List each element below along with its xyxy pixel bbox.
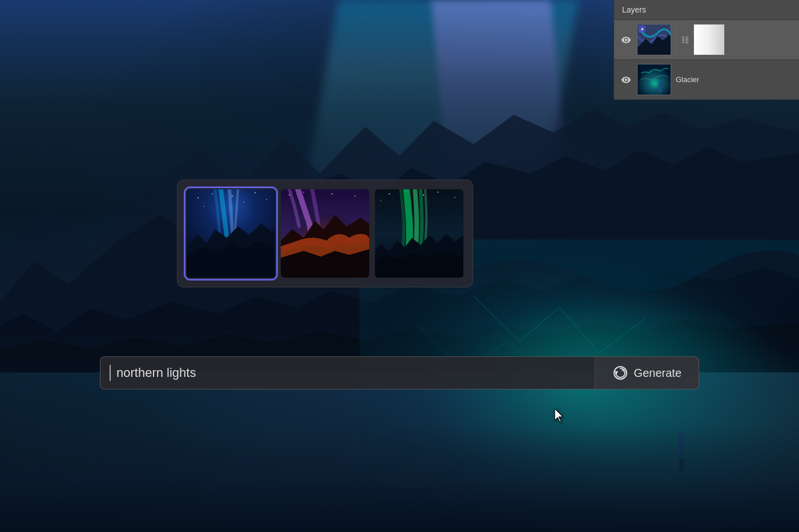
- gen-image-1-frame: [187, 189, 275, 278]
- layer-1-chain-separator: [676, 29, 676, 51]
- layer-1-thumbnail[interactable]: ✦: [637, 24, 671, 55]
- svg-marker-47: [615, 371, 618, 375]
- svg-point-40: [423, 194, 424, 196]
- svg-point-23: [255, 192, 256, 193]
- layers-panel-header: Layers: [614, 0, 799, 20]
- text-cursor: [110, 365, 111, 381]
- svg-point-18: [659, 82, 662, 85]
- water-reflection: [0, 425, 799, 532]
- layer-item-1[interactable]: ✦ ⛓: [614, 20, 799, 60]
- layer-1-visibility-toggle[interactable]: [620, 34, 632, 46]
- svg-rect-16: [637, 64, 671, 95]
- generate-icon: [612, 365, 628, 381]
- generated-image-2[interactable]: [281, 189, 369, 278]
- generate-button[interactable]: Generate: [595, 356, 699, 389]
- svg-text:✦: ✦: [640, 27, 644, 32]
- prompt-input-wrapper: [100, 356, 595, 389]
- svg-point-32: [303, 192, 304, 193]
- gen-image-3-frame: [375, 189, 463, 278]
- svg-point-21: [212, 193, 213, 194]
- layer-item-2[interactable]: Glacier: [614, 60, 799, 100]
- layer-2-thumbnail[interactable]: [637, 64, 671, 95]
- svg-point-22: [232, 196, 233, 197]
- svg-rect-17: [659, 84, 661, 92]
- layers-panel: Layers: [614, 0, 799, 100]
- layer-1-mask-thumbnail[interactable]: [693, 24, 725, 55]
- svg-point-26: [243, 201, 244, 202]
- svg-point-33: [332, 193, 333, 194]
- generated-images-popup: [177, 180, 473, 287]
- prompt-input[interactable]: [116, 366, 586, 380]
- svg-point-24: [266, 199, 267, 200]
- svg-point-43: [380, 200, 381, 201]
- layers-panel-title: Layers: [622, 5, 646, 14]
- svg-point-25: [203, 206, 204, 207]
- prompt-bar: Generate: [100, 356, 699, 389]
- svg-point-38: [389, 193, 390, 194]
- svg-point-34: [354, 196, 356, 197]
- svg-point-41: [437, 192, 438, 193]
- layer-1-chain-icon: ⛓: [681, 35, 689, 44]
- generate-label: Generate: [634, 367, 681, 380]
- generated-image-1[interactable]: [187, 189, 275, 278]
- layer-2-name: Glacier: [676, 75, 793, 84]
- svg-point-42: [454, 197, 455, 198]
- svg-point-20: [197, 197, 199, 198]
- generated-image-3[interactable]: [375, 189, 463, 278]
- gen-image-2-frame: [281, 189, 369, 278]
- layer-2-visibility-toggle[interactable]: [620, 74, 632, 86]
